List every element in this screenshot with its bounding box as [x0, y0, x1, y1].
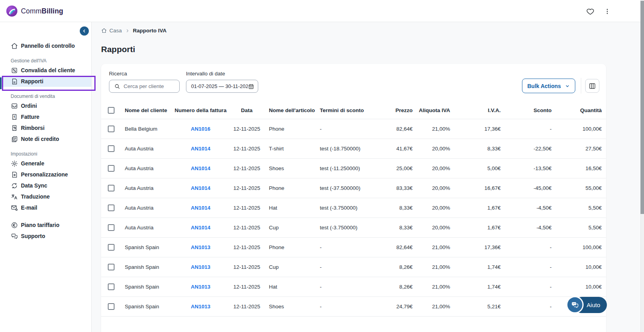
row-checkbox[interactable] [108, 303, 115, 310]
col-vat[interactable]: I.V.A. [450, 107, 501, 113]
toolbar-divider [581, 78, 581, 94]
sidebar-item-customization[interactable]: Personalizzazione [0, 169, 91, 180]
cell-discount: -45,00€ [501, 185, 552, 191]
sidebar-item-credit-notes[interactable]: Note di credito [0, 133, 91, 144]
cell-vat-rate: 21,00% [413, 126, 450, 132]
col-client[interactable]: Nome del cliente [118, 107, 170, 113]
sidebar-item-label: E-mail [21, 205, 37, 211]
invoice-link[interactable]: AN1014 [191, 165, 210, 171]
date-range-label: Intervallo di date [186, 71, 225, 77]
cell-client: Auta Austria [118, 225, 170, 231]
column-settings-button[interactable] [585, 79, 599, 93]
col-date[interactable]: Data [231, 107, 263, 113]
heart-icon [586, 7, 595, 16]
page-scrollbar[interactable] [640, 0, 644, 332]
sidebar-item-label: Piano tariffario [21, 222, 59, 228]
breadcrumb-item[interactable]: Casa [109, 28, 122, 34]
brand-logo[interactable]: CommBilling [6, 6, 63, 17]
cell-vat-rate: 21,00% [413, 264, 450, 270]
col-price[interactable]: Prezzo [381, 107, 413, 113]
row-checkbox[interactable] [108, 185, 115, 191]
col-item-name[interactable]: Nome dell'articolo [263, 107, 318, 113]
col-discount-terms[interactable]: Termini di sconto [318, 107, 381, 113]
sidebar-item-label: Convalida del cliente [21, 68, 75, 73]
cell-client: Spanish Spain [118, 284, 170, 290]
percent-box-icon [11, 67, 18, 74]
bulk-actions-button[interactable]: Bulk Actions [522, 79, 575, 93]
invoice-link[interactable]: AN1014 [191, 205, 210, 211]
invoice-link[interactable]: AN1013 [191, 264, 210, 270]
favorites-button[interactable] [585, 6, 595, 17]
breadcrumb-home[interactable]: Casa [101, 28, 122, 34]
top-bar: CommBilling [0, 0, 644, 22]
cell-vat: 17,36€ [450, 244, 501, 250]
overflow-menu-button[interactable] [602, 6, 612, 17]
invoice-link[interactable]: AN1016 [191, 126, 210, 132]
col-vat-rate[interactable]: Aliquota IVA [413, 107, 450, 113]
chat-bubbles-icon [11, 233, 18, 240]
cell-date: 12-11-2025 [231, 165, 263, 171]
col-invoice-number[interactable]: Numero della fattura [170, 107, 231, 113]
sidebar-item-data-sync[interactable]: Data Sync [0, 180, 91, 191]
row-checkbox[interactable] [108, 224, 115, 231]
brand-name: CommBilling [21, 7, 63, 15]
sidebar-item-label: Traduzione [21, 194, 50, 200]
search-field[interactable] [109, 80, 180, 93]
invoice-link[interactable]: AN1013 [191, 304, 210, 309]
row-checkbox[interactable] [108, 126, 115, 132]
cell-qty: 16,50€ [552, 165, 602, 171]
sidebar-item-label: Data Sync [21, 183, 47, 189]
help-chat-button[interactable] [566, 296, 584, 313]
sidebar-item-pricing-plan[interactable]: Piano tariffario [0, 219, 91, 231]
sidebar-item-general[interactable]: Generale [0, 158, 91, 169]
sidebar-item-invoices[interactable]: € Fatture [0, 111, 91, 122]
row-checkbox[interactable] [108, 264, 115, 270]
sidebar-item-translation[interactable]: Traduzione [0, 191, 91, 202]
sidebar-item-support[interactable]: Supporto [0, 231, 91, 242]
kebab-menu-icon [603, 8, 611, 15]
row-checkbox[interactable] [108, 283, 115, 290]
cell-discount: - [501, 304, 552, 309]
sidebar-item-reports[interactable]: Rapporti [0, 76, 91, 87]
document-gear-icon [11, 171, 18, 178]
receipt-refund-icon [11, 124, 18, 132]
invoice-link[interactable]: AN1014 [191, 225, 210, 231]
cell-discount: - [501, 244, 552, 250]
cell-discount: - [501, 264, 552, 270]
sidebar: Pannello di controllo Gestione dell'IVA … [0, 22, 92, 332]
brand-logo-icon [6, 6, 17, 17]
cell-price: 8,26€ [381, 284, 413, 290]
main-content: Casa Rapporto IVA Rapporti Ricerca Inter… [92, 22, 641, 332]
cell-item: Phone [263, 244, 318, 250]
date-range-value: 01-07-2025 — 30-11-202 [191, 83, 248, 89]
col-discount[interactable]: Sconto [501, 107, 552, 113]
row-checkbox[interactable] [108, 165, 115, 172]
invoice-link[interactable]: AN1013 [191, 244, 210, 250]
cell-price: 8,26€ [381, 264, 413, 270]
sidebar-item-dashboard[interactable]: Pannello di controllo [0, 40, 91, 51]
cell-date: 12-11-2025 [231, 205, 263, 211]
row-checkbox[interactable] [108, 145, 115, 152]
invoice-link[interactable]: AN1013 [191, 284, 210, 290]
col-quantity[interactable]: Quantità [552, 107, 602, 113]
invoice-link[interactable]: AN1014 [191, 185, 210, 191]
sidebar-selected-indicator [0, 77, 2, 89]
sidebar-item-refunds[interactable]: Rimborsi [0, 122, 91, 133]
row-checkbox[interactable] [108, 244, 115, 251]
sidebar-item-customer-validation[interactable]: Convalida del cliente [0, 65, 91, 76]
select-all-checkbox[interactable] [108, 107, 115, 114]
scrollbar-thumb[interactable] [640, 1, 644, 214]
cell-vat-rate: 21,00% [413, 304, 450, 309]
cell-qty: 5,50€ [552, 225, 602, 231]
cell-terms: test (-37.500000) [318, 185, 381, 191]
date-range-field[interactable]: 01-07-2025 — 30-11-202 [186, 80, 258, 93]
row-checkbox[interactable] [108, 204, 115, 211]
inbox-icon [11, 102, 18, 110]
sidebar-section-vat: Gestione dell'IVA [0, 57, 91, 65]
invoice-link[interactable]: AN1014 [191, 146, 210, 152]
search-input[interactable] [124, 83, 175, 89]
sidebar-collapse-button[interactable] [80, 26, 89, 36]
sidebar-item-orders[interactable]: Ordini [0, 100, 91, 111]
sidebar-item-email[interactable]: E-mail [0, 202, 91, 213]
receipt-euro-icon: € [11, 113, 18, 121]
